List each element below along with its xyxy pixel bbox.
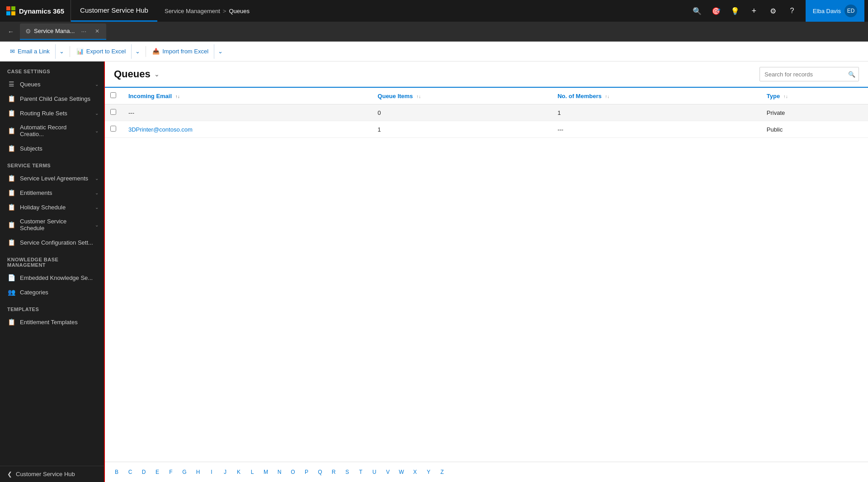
alpha-letter-s[interactable]: S [341,466,354,478]
parent-child-label: Parent Child Case Settings [20,95,99,102]
help-icon-btn[interactable]: ? [784,3,800,19]
user-initials: ED [847,8,855,14]
col-type[interactable]: Type ↑↓ [761,88,868,104]
sidebar-item-service-config[interactable]: 📋 Service Configuration Sett... [0,235,104,250]
search-input[interactable] [760,71,845,78]
alpha-letter-c[interactable]: C [124,466,137,478]
select-all-checkbox[interactable] [110,92,116,98]
sidebar-bottom-nav[interactable]: ❮ Customer Service Hub [0,466,104,482]
sort-members-icon: ↑↓ [605,94,609,99]
alpha-letter-q[interactable]: Q [314,466,326,478]
page-title: Queues [114,68,151,80]
sidebar-item-parent-child[interactable]: 📋 Parent Child Case Settings [0,91,104,106]
tab-service-management[interactable]: ⚙ Service Mana... ··· ✕ [20,24,106,40]
alpha-letter-h[interactable]: H [192,466,204,478]
alpha-letter-m[interactable]: M [259,466,272,478]
subjects-label: Subjects [20,145,99,152]
sidebar-item-entitlement-templates[interactable]: 📋 Entitlement Templates [0,315,104,329]
alpha-letter-i[interactable]: I [205,466,218,478]
row2-checkbox-cell[interactable] [105,121,123,138]
breadcrumb: Service Management > Queues [157,8,689,14]
col-checkbox[interactable] [105,88,123,104]
tab-more-button[interactable]: ··· [77,25,90,38]
sidebar-item-subjects[interactable]: 📋 Subjects [0,141,104,156]
breadcrumb-sep: > [223,8,226,14]
holiday-label: Holiday Schedule [20,204,90,211]
sla-label: Service Level Agreements [20,175,90,182]
alpha-letter-x[interactable]: X [409,466,421,478]
alpha-letter-b[interactable]: B [110,466,123,478]
add-icon-btn[interactable]: + [746,3,762,19]
user-menu[interactable]: Elba Davis ED [806,0,864,22]
row2-members: --- [552,121,761,138]
case-settings-header: Case Settings [0,61,104,77]
alpha-letter-p[interactable]: P [300,466,313,478]
email-icon: ✉ [10,48,15,55]
email-link-button[interactable]: ✉ Email a Link [5,44,54,59]
col-incoming-email[interactable]: Incoming Email ↑↓ [123,88,372,104]
table-row[interactable]: 3DPrinter@contoso.com 1 --- Public [105,121,868,138]
target-icon-btn[interactable]: 🎯 [708,3,724,19]
cs-schedule-chevron: ⌄ [95,222,99,227]
search-box: 🔍 [760,67,859,81]
alpha-letter-d[interactable]: D [137,466,150,478]
search-button[interactable]: 🔍 [845,67,859,81]
alpha-letter-w[interactable]: W [395,466,408,478]
page-title-chevron[interactable]: ⌄ [154,71,160,78]
embedded-kb-icon: 📄 [7,274,15,281]
email-link-dropdown[interactable]: ⌄ [55,44,68,59]
export-excel-button[interactable]: 📊 Export to Excel [72,44,130,59]
alpha-letter-e[interactable]: E [151,466,164,478]
export-excel-dropdown[interactable]: ⌄ [131,44,144,59]
row1-checkbox-cell[interactable] [105,104,123,121]
table-header-row: Incoming Email ↑↓ Queue Items ↑↓ No. of … [105,88,868,104]
import-excel-button[interactable]: 📥 Import from Excel [148,44,213,59]
alpha-letter-z[interactable]: Z [436,466,448,478]
alpha-letter-f[interactable]: F [165,466,177,478]
row2-incoming-email[interactable]: 3DPrinter@contoso.com [123,121,372,138]
sidebar-item-sla[interactable]: 📋 Service Level Agreements ⌄ [0,171,104,185]
sidebar-item-holiday-schedule[interactable]: 📋 Holiday Schedule ⌄ [0,200,104,214]
alpha-letter-u[interactable]: U [368,466,381,478]
svg-rect-3 [11,11,15,15]
sidebar-item-queues[interactable]: ☰ Queues ⌄ [0,77,104,91]
sidebar-item-routing-rules[interactable]: 📋 Routing Rule Sets ⌄ [0,106,104,120]
sidebar-item-cs-schedule[interactable]: 📋 Customer Service Schedule ⌄ [0,214,104,235]
alpha-letter-o[interactable]: O [287,466,299,478]
alpha-letter-r[interactable]: R [327,466,340,478]
row2-checkbox[interactable] [110,126,116,132]
table-row[interactable]: --- 0 1 Private [105,104,868,121]
alpha-pager: BCDEFGHIJKLMNOPQRSTUVWXYZ [105,462,868,482]
search-icon-btn[interactable]: 🔍 [689,3,705,19]
alpha-letter-y[interactable]: Y [422,466,435,478]
alpha-letter-v[interactable]: V [382,466,394,478]
alpha-letter-t[interactable]: T [354,466,367,478]
sidebar-item-embedded-kb[interactable]: 📄 Embedded Knowledge Se... [0,270,104,285]
entitlement-template-icon: 📋 [7,318,15,326]
tab-bar: ← ⚙ Service Mana... ··· ✕ [0,22,868,42]
row1-checkbox[interactable] [110,109,116,115]
breadcrumb-part1[interactable]: Service Management [165,8,220,14]
tab-back-button[interactable]: ← [4,24,18,39]
lightbulb-icon-btn[interactable]: 💡 [727,3,743,19]
queues-chevron: ⌄ [95,82,99,87]
alpha-letter-n[interactable]: N [273,466,286,478]
sidebar-item-entitlements[interactable]: 📋 Entitlements ⌄ [0,185,104,200]
sidebar-item-auto-record[interactable]: 📋 Automatic Record Creatio... ⌄ [0,120,104,141]
brand-logo[interactable]: Dynamics 365 [4,0,71,22]
import-excel-dropdown[interactable]: ⌄ [214,44,226,59]
row1-incoming-email: --- [123,104,372,121]
col-queue-items[interactable]: Queue Items ↑↓ [372,88,552,104]
settings-icon-btn[interactable]: ⚙ [765,3,781,19]
alpha-letter-j[interactable]: J [219,466,231,478]
alpha-letter-k[interactable]: K [232,466,245,478]
alpha-letter-g[interactable]: G [178,466,191,478]
row1-queue-items: 0 [372,104,552,121]
alpha-letter-l[interactable]: L [246,466,259,478]
excel-icon: 📊 [76,48,84,55]
col-no-of-members[interactable]: No. of Members ↑↓ [552,88,761,104]
entitlements-chevron: ⌄ [95,190,99,195]
app-title[interactable]: Customer Service Hub [71,0,157,22]
tab-close-button[interactable]: ✕ [93,27,102,36]
sidebar-item-categories[interactable]: 👥 Categories [0,285,104,299]
